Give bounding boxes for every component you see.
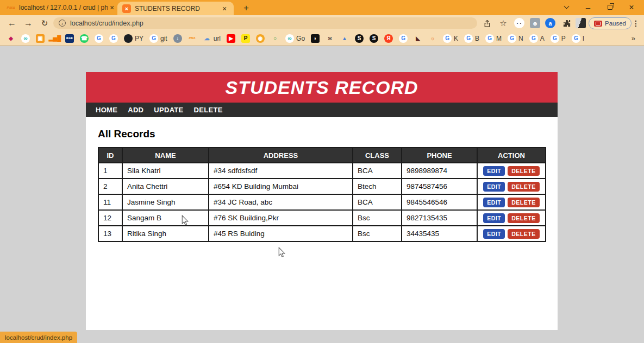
tab-close-icon[interactable]: × — [108, 3, 116, 12]
a-extension-icon[interactable]: a — [545, 18, 555, 28]
bookmark-cloud-url[interactable]: ☁url — [203, 34, 221, 43]
back-button[interactable]: ← — [5, 17, 18, 30]
delete-button[interactable]: DELETE — [508, 198, 539, 207]
cell-id: 2 — [98, 179, 122, 194]
bookmark-google-n[interactable]: GN — [508, 34, 523, 43]
bookmark-label: K — [454, 35, 458, 42]
bookmark-eye[interactable]: ☼ — [428, 34, 437, 43]
cell-address: #76 SK Building,Pkr — [209, 210, 353, 226]
tab-search-chevron-icon[interactable] — [558, 0, 574, 15]
bookmark-p[interactable]: P — [241, 34, 250, 43]
bookmark-camera[interactable]: ◉ — [256, 34, 265, 43]
bookmark-google-1[interactable]: G — [95, 34, 103, 43]
delete-button[interactable]: DELETE — [508, 229, 539, 239]
bookmark-godaddy-icon: ∞ — [21, 34, 30, 43]
bookmark-google-3-icon: G — [399, 34, 408, 43]
nav-link-delete[interactable]: DELETE — [194, 106, 223, 114]
url-text: localhost/crud/index.php — [70, 20, 143, 27]
bookmark-godaddy-go[interactable]: ∞Go — [285, 34, 305, 43]
reload-button[interactable]: ↻ — [38, 17, 51, 30]
status-bar-url: localhost/crud/index.php — [0, 332, 77, 343]
bookmark-dark-bird[interactable]: ◣ — [414, 34, 422, 43]
download-paused-button[interactable]: Paused — [589, 17, 632, 29]
content-area: All Records IDNAMEADDRESSCLASSPHONEACTIO… — [86, 117, 558, 242]
edit-button[interactable]: EDIT — [483, 166, 505, 176]
bookmark-download[interactable]: ↓ — [173, 34, 182, 43]
window-restore-button[interactable] — [602, 0, 618, 15]
cell-name: Anita Chettri — [122, 179, 209, 194]
table-row: 13Ritika Singh#45 RS BuidingBsc34435435E… — [98, 226, 546, 242]
site-info-icon[interactable]: i — [59, 20, 66, 27]
bookmark-youtube[interactable]: ▶ — [227, 34, 235, 43]
tab-students-record[interactable]: × STUDENTS RECORD × — [117, 2, 234, 15]
bookmark-google-b[interactable]: GB — [464, 34, 479, 43]
bookmark-diamond-icon: ◆ — [7, 34, 15, 43]
bookmark-ieee[interactable]: IEEE — [65, 34, 74, 43]
bookmark-label: A — [540, 35, 545, 42]
bookmark-whatsapp[interactable]: ☎ — [80, 34, 89, 43]
bookmark-google-m[interactable]: GM — [485, 34, 502, 43]
delete-button[interactable]: DELETE — [508, 182, 539, 192]
edit-button[interactable]: EDIT — [483, 229, 505, 239]
bookmark-google-i[interactable]: GI — [572, 34, 584, 43]
address-bar[interactable]: i localhost/crud/index.php — [53, 17, 477, 29]
tab-phpmyadmin[interactable]: PMA localhost / 127.0.0.1 / crud | phpM … — [7, 1, 116, 14]
bookmark-s2[interactable]: S — [370, 34, 378, 43]
window-minimize-button[interactable]: – — [580, 0, 596, 15]
cell-name: Ritika Singh — [122, 226, 209, 242]
bookmark-google-3[interactable]: G — [399, 34, 408, 43]
bookmark-google-p[interactable]: GP — [551, 34, 566, 43]
bookmark-person[interactable]: ж — [326, 34, 334, 43]
section-title: All Records — [98, 128, 546, 140]
panda-extension-icon[interactable]: • • — [514, 18, 524, 28]
bookmark-diamond[interactable]: ◆ — [7, 34, 15, 43]
bookmark-analytics[interactable]: ▂▅█ — [51, 34, 59, 43]
cell-address: #34 sdfdsfsdf — [209, 163, 353, 179]
person-extension-icon[interactable]: ☻ — [530, 18, 540, 28]
tab-title: STUDENTS RECORD — [135, 5, 220, 12]
browser-menu-button[interactable]: ⋮ — [629, 17, 642, 30]
nav-link-add[interactable]: ADD — [128, 106, 143, 114]
edit-button[interactable]: EDIT — [483, 213, 505, 223]
bookmark-youtube-icon: ▶ — [227, 34, 235, 43]
bookmark-capture[interactable]: ▣ — [36, 34, 45, 43]
bookmark-google-k[interactable]: GK — [443, 34, 458, 43]
bookmark-yandex[interactable]: Я — [384, 34, 393, 43]
new-tab-button[interactable]: + — [240, 2, 252, 14]
profile-avatar[interactable] — [576, 18, 586, 28]
nav-link-update[interactable]: UPDATE — [154, 106, 183, 114]
bookmark-godaddy[interactable]: ∞ — [21, 34, 30, 43]
nav-link-home[interactable]: HOME — [96, 106, 117, 114]
bookmark-mountains[interactable]: ▲ — [340, 34, 349, 43]
delete-button[interactable]: DELETE — [508, 166, 539, 176]
edit-button[interactable]: EDIT — [483, 198, 505, 207]
table-row: 11Jasmine Singh#34 JC Road, abcBCA984554… — [98, 194, 546, 210]
bookmark-bird[interactable]: ◗ — [311, 34, 320, 43]
bookmark-ring-icon: ○ — [271, 34, 279, 43]
bookmark-google-a[interactable]: GA — [529, 34, 545, 43]
column-header-action: ACTION — [477, 148, 546, 163]
bookmark-label: git — [160, 35, 167, 42]
bookmark-github-py[interactable]: PY — [124, 34, 143, 43]
delete-button[interactable]: DELETE — [508, 213, 539, 223]
forward-button[interactable]: → — [22, 17, 35, 30]
edit-button[interactable]: EDIT — [483, 182, 505, 192]
bookmark-label: B — [475, 35, 479, 42]
bookmark-label: P — [561, 35, 566, 42]
bookmark-s1[interactable]: S — [355, 34, 364, 43]
bookmark-google-2[interactable]: G — [109, 34, 118, 43]
extensions-puzzle-button[interactable] — [560, 17, 573, 30]
bookmark-ring[interactable]: ○ — [271, 34, 279, 43]
bookmarks-overflow-chevron[interactable]: » — [632, 34, 635, 42]
bookmark-star-button[interactable]: ☆ — [497, 17, 510, 30]
bookmark-phpmyadmin[interactable]: PMA — [188, 34, 197, 43]
window-close-button[interactable]: × — [623, 0, 640, 15]
share-button[interactable] — [480, 17, 493, 30]
bookmark-google-p-icon: G — [551, 34, 559, 43]
bookmark-yandex-icon: Я — [384, 34, 393, 43]
bookmark-google-git[interactable]: Ggit — [149, 34, 167, 43]
cell-id: 13 — [98, 226, 122, 242]
browser-tab-bar: PMA localhost / 127.0.0.1 / crud | phpM … — [0, 0, 644, 15]
tab-close-icon[interactable]: × — [220, 4, 229, 13]
bookmark-s2-icon: S — [370, 34, 378, 43]
